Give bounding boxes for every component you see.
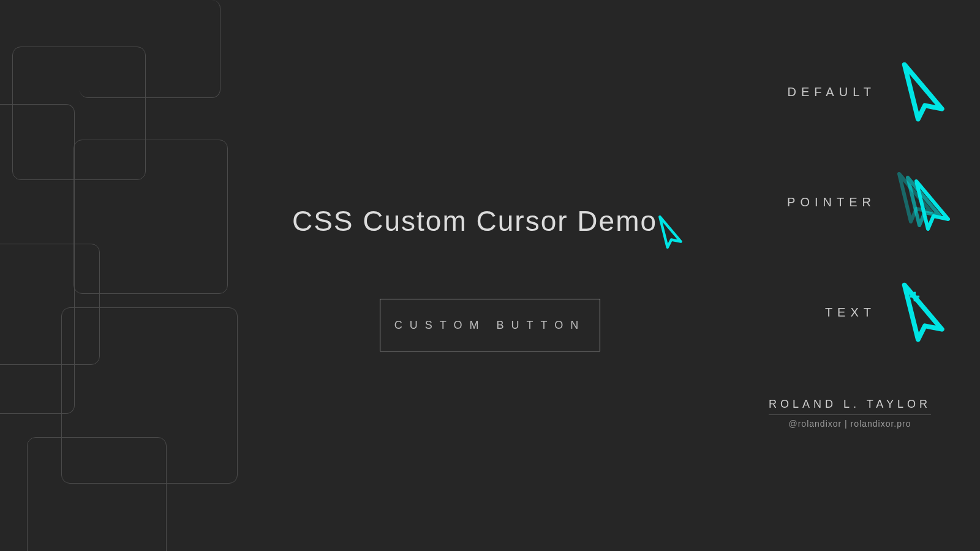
legend-label: POINTER bbox=[747, 195, 876, 209]
main-content: CSS Custom Cursor Demo CUSTOM BUTTON bbox=[214, 200, 766, 351]
decorative-square bbox=[61, 307, 238, 484]
author-name: ROLAND L. TAYLOR bbox=[769, 398, 931, 415]
cursor-text-icon bbox=[894, 282, 956, 343]
decorative-square bbox=[80, 0, 221, 98]
legend-row-text: TEXT bbox=[747, 257, 956, 367]
title-row: CSS Custom Cursor Demo bbox=[292, 200, 688, 238]
decorative-square bbox=[12, 47, 146, 180]
cursor-default-small-icon bbox=[656, 214, 687, 252]
svg-marker-0 bbox=[660, 217, 680, 247]
author-block: ROLAND L. TAYLOR @rolandixor | rolandixo… bbox=[769, 398, 931, 429]
author-handle[interactable]: @rolandixor | rolandixor.pro bbox=[769, 419, 931, 429]
cursor-legend: DEFAULT POINTER TEXT bbox=[747, 37, 956, 367]
legend-label: DEFAULT bbox=[747, 85, 876, 99]
custom-button-label: CUSTOM BUTTON bbox=[394, 319, 586, 332]
cursor-default-icon bbox=[894, 61, 956, 122]
legend-row-pointer: POINTER bbox=[747, 147, 956, 257]
page-title: CSS Custom Cursor Demo bbox=[292, 204, 657, 238]
decorative-square bbox=[0, 104, 75, 414]
custom-button[interactable]: CUSTOM BUTTON bbox=[380, 299, 600, 351]
svg-marker-5 bbox=[905, 285, 942, 340]
legend-row-default: DEFAULT bbox=[747, 37, 956, 147]
legend-label: TEXT bbox=[747, 305, 876, 320]
decorative-square bbox=[0, 244, 100, 365]
cursor-pointer-icon bbox=[894, 171, 956, 233]
svg-marker-1 bbox=[905, 65, 942, 119]
decorative-square bbox=[74, 140, 228, 294]
decorative-square bbox=[27, 437, 167, 551]
